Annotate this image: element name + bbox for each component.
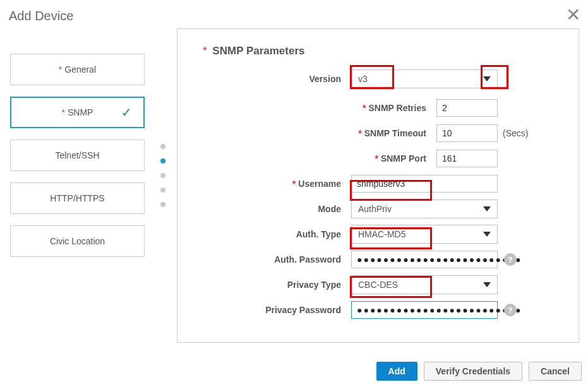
- chevron-down-icon: [483, 76, 491, 81]
- input-timeout[interactable]: [436, 124, 498, 142]
- cancel-button[interactable]: Cancel: [529, 362, 582, 381]
- step-dot: [160, 188, 165, 193]
- sidebar-tab-http[interactable]: HTTP/HTTPS: [10, 182, 145, 214]
- label-mode: Mode: [215, 204, 351, 214]
- tab-label: Civic Location: [50, 236, 105, 246]
- select-value: v3: [358, 74, 368, 84]
- chevron-down-icon: [483, 232, 491, 237]
- sidebar-nav: *General *SNMP ✓ Telnet/SSH HTTP/HTTPS C…: [10, 54, 145, 268]
- label-port: *SNMP Port: [215, 153, 436, 164]
- step-dot: [160, 144, 165, 149]
- select-authtype[interactable]: HMAC-MD5: [351, 225, 498, 244]
- footer-buttons: Add Verify Credentials Cancel: [376, 362, 582, 381]
- label-privpw: Privacy Password: [215, 305, 351, 315]
- select-value: CBC-DES: [358, 280, 398, 290]
- input-port[interactable]: [436, 150, 498, 167]
- label-version: Version: [215, 74, 351, 84]
- close-icon[interactable]: ✕: [563, 4, 583, 27]
- add-button[interactable]: Add: [376, 362, 417, 381]
- input-retries[interactable]: [436, 99, 498, 117]
- sidebar-tab-telnet-ssh[interactable]: Telnet/SSH: [10, 140, 145, 171]
- step-indicator: [160, 144, 165, 207]
- label-timeout: *SNMP Timeout: [215, 128, 436, 138]
- sidebar-tab-snmp[interactable]: *SNMP ✓: [10, 97, 145, 128]
- step-dot: [160, 202, 165, 207]
- verify-credentials-button[interactable]: Verify Credentials: [424, 362, 522, 381]
- form-panel: * SNMP Parameters Version v3 *SNMP Retri…: [177, 28, 579, 343]
- help-icon[interactable]: ?: [504, 253, 517, 266]
- tab-label: Telnet/SSH: [55, 150, 99, 160]
- select-value: AuthPriv: [358, 204, 392, 214]
- label-privtype: Privacy Type: [215, 280, 351, 290]
- input-username[interactable]: [351, 175, 498, 193]
- help-icon[interactable]: ?: [504, 304, 517, 316]
- select-value: HMAC-MD5: [358, 229, 405, 239]
- panel-heading: * SNMP Parameters: [215, 45, 556, 57]
- select-mode[interactable]: AuthPriv: [351, 199, 498, 218]
- sidebar-tab-general[interactable]: *General: [10, 54, 145, 85]
- timeout-unit: (Secs): [503, 128, 528, 138]
- input-privacy-password[interactable]: ●●●●●●●●●●●●●●●●●●●●●●●●●: [351, 301, 498, 319]
- step-dot-active: [160, 158, 165, 164]
- chevron-down-icon: [483, 206, 491, 211]
- dialog-title: Add Device: [9, 9, 73, 23]
- sidebar-tab-civic[interactable]: Civic Location: [10, 225, 145, 257]
- label-authtype: Auth. Type: [215, 229, 351, 239]
- step-dot: [160, 173, 165, 178]
- tab-label: HTTP/HTTPS: [50, 193, 104, 203]
- select-privtype[interactable]: CBC-DES: [351, 275, 498, 294]
- select-version[interactable]: v3: [351, 69, 498, 88]
- label-retries: *SNMP Retries: [215, 103, 436, 113]
- label-username: *Username: [215, 179, 351, 189]
- input-auth-password[interactable]: ●●●●●●●●●●●●●●●●●●●●●●●●●: [351, 251, 498, 268]
- tab-label: SNMP: [68, 107, 93, 117]
- tab-label: General: [64, 64, 96, 74]
- label-authpw: Auth. Password: [215, 254, 351, 265]
- chevron-down-icon: [483, 282, 491, 287]
- check-icon: ✓: [121, 105, 132, 120]
